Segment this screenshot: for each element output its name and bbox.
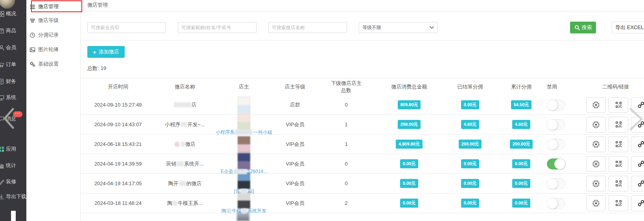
qrcode-button[interactable] — [609, 136, 628, 152]
money-badge: 4,809.80元 — [396, 140, 423, 149]
submenu-item-label: 微店管理 — [38, 3, 59, 10]
table-row: 2024-09-10 15:27:49店店群0809.80元0.00元54.50… — [81, 95, 644, 115]
blurred-text — [177, 161, 184, 166]
column-header: 已结算分佣 — [443, 83, 498, 90]
cell-owner-level: 店群 — [273, 101, 317, 109]
cell-settled-commission: 200.00元 — [443, 140, 498, 149]
cell-sub-shop-count: 1 — [317, 141, 376, 147]
cell-open-time: 2024-04-19 14:39:59 — [81, 161, 155, 167]
chevron-left-icon[interactable] — [3, 108, 15, 129]
add-shop-button[interactable]: + 添加微店 — [87, 46, 125, 58]
nickname-input[interactable] — [178, 22, 256, 33]
link-button[interactable] — [631, 136, 644, 152]
cell-shop-name: 微店 — [155, 141, 214, 148]
text-fragment: [开 — [234, 188, 240, 195]
sidebar-item-stats[interactable]: 统计 — [0, 162, 16, 169]
cell-consume-total: 0.00元 — [376, 159, 443, 168]
decorate-icon — [0, 179, 4, 185]
link-button[interactable] — [631, 176, 644, 192]
owner-avatar — [238, 114, 250, 130]
money-badge: 0.00元 — [400, 179, 418, 188]
qrcode-button[interactable] — [609, 97, 628, 113]
sidebar-item-download[interactable]: 导出下载 — [0, 193, 26, 201]
cell-consume-total: 809.80元 — [376, 100, 443, 109]
disable-toggle[interactable] — [547, 158, 565, 169]
cell-open-time: 2024-09-10 14:43:07 — [81, 122, 155, 127]
miniprogram-code-button[interactable] — [586, 97, 606, 113]
carousel-icon — [30, 47, 35, 53]
sidebar-item-finance[interactable]: 财务 — [0, 77, 16, 85]
cell-qr-links — [582, 176, 644, 192]
money-badge: 0.00元 — [512, 199, 530, 208]
miniprogram-code-button[interactable] — [586, 156, 606, 172]
shop-name-input[interactable] — [268, 22, 347, 33]
cell-qr-links — [582, 156, 644, 172]
submenu-item-4[interactable]: 图片轮播 — [30, 46, 59, 53]
cell-disabled — [545, 178, 582, 189]
cell-sub-shop-count: 0 — [317, 102, 376, 108]
sidebar-item-apps[interactable]: 应用 — [0, 145, 16, 153]
owner-link[interactable]: 陶牛模系统开发 — [221, 208, 266, 214]
disable-toggle[interactable] — [547, 119, 565, 130]
qrcode-button[interactable] — [609, 176, 628, 192]
cell-disabled — [545, 99, 582, 110]
text-fragment: 小程序 — [165, 121, 180, 128]
submenu-item-5[interactable]: 基础设置 — [30, 60, 59, 68]
cell-settled-commission: 0.00元 — [443, 100, 498, 109]
miniprogram-code-button[interactable] — [586, 136, 606, 152]
export-excel-button[interactable]: 导出 EXCEL — [612, 22, 644, 33]
submenu-item-label: 分佣记录 — [38, 31, 59, 39]
column-header: 店主 — [214, 83, 273, 90]
disable-toggle[interactable] — [547, 99, 565, 110]
sidebar-item-member[interactable]: 会员 — [0, 44, 16, 52]
disable-toggle[interactable] — [547, 198, 565, 209]
submenu-item-1[interactable]: 微店管理 — [30, 3, 59, 11]
miniprogram-code-button[interactable] — [586, 176, 606, 192]
qrcode-button[interactable] — [609, 195, 628, 211]
disable-toggle[interactable] — [547, 178, 565, 189]
owner-link[interactable]: [开福] — [234, 188, 254, 195]
cell-consume-total: 0.00元 — [376, 179, 443, 188]
column-header: 禁用 — [545, 83, 582, 90]
toggle-knob — [547, 139, 558, 150]
chevron-right-icon[interactable] — [629, 108, 644, 131]
owner-avatar — [238, 153, 250, 169]
sidebar-item-order[interactable]: 订单 — [0, 61, 16, 68]
member-id-input[interactable] — [87, 22, 166, 33]
blurred-emoji — [174, 142, 180, 147]
disable-toggle[interactable] — [547, 139, 565, 150]
text-fragment: ~~何小姐 — [253, 129, 272, 136]
sidebar-item-dashboard[interactable]: 概况 — [0, 10, 16, 18]
sidebar-item-system[interactable]: 系统 — [0, 94, 16, 101]
submenu-item-label: 微店等级 — [38, 17, 59, 24]
text-fragment: 526014... — [247, 169, 267, 174]
submenu: 微店管理微店等级分佣记录图片轮播基础设置 — [26, 0, 81, 221]
owner-link[interactable]: E企盈526014... — [221, 168, 267, 175]
qrcode-button[interactable] — [609, 156, 628, 172]
settings-icon — [30, 61, 35, 67]
qrcode-button[interactable] — [609, 117, 628, 133]
admin-app: 概况商品会员订单财务系统消息应用统计装修导出下载 ··· 微店管理微店等级分佣记… — [0, 0, 644, 221]
cell-settled-commission: 0.00元 — [443, 179, 498, 188]
cell-owner-level: VIP会员 — [273, 121, 317, 128]
submenu-item-2[interactable]: 微店等级 — [30, 17, 59, 24]
table-row: 2024-03-18 11:48:24陶牛模王系...陶牛模系统开发VIP会员2… — [81, 193, 644, 213]
miniprogram-code-button[interactable] — [586, 195, 606, 211]
link-button[interactable] — [631, 195, 644, 211]
cell-owner-level: VIP会员 — [273, 180, 317, 187]
cell-consume-total: 0.00元 — [376, 199, 443, 208]
search-button[interactable]: 搜索 — [570, 22, 596, 33]
column-header: 二维码/链接 — [582, 83, 644, 90]
cell-qr-links — [582, 195, 644, 211]
sidebar-item-decorate[interactable]: 装修 — [0, 178, 16, 186]
finance-icon — [0, 79, 4, 85]
miniprogram-code-button[interactable] — [586, 117, 606, 133]
sidebar-item-goods[interactable]: 商品 — [0, 27, 16, 35]
submenu-item-3[interactable]: 分佣记录 — [30, 31, 59, 39]
user-avatar[interactable] — [0, 0, 15, 9]
link-button[interactable] — [631, 156, 644, 172]
money-badge: 0.00元 — [400, 199, 418, 208]
owner-link[interactable]: 小程序系~~何小姐 — [216, 129, 272, 136]
level-select[interactable]: 等级不限 — [359, 22, 437, 33]
sidebar-item-label: 装修 — [6, 178, 16, 185]
